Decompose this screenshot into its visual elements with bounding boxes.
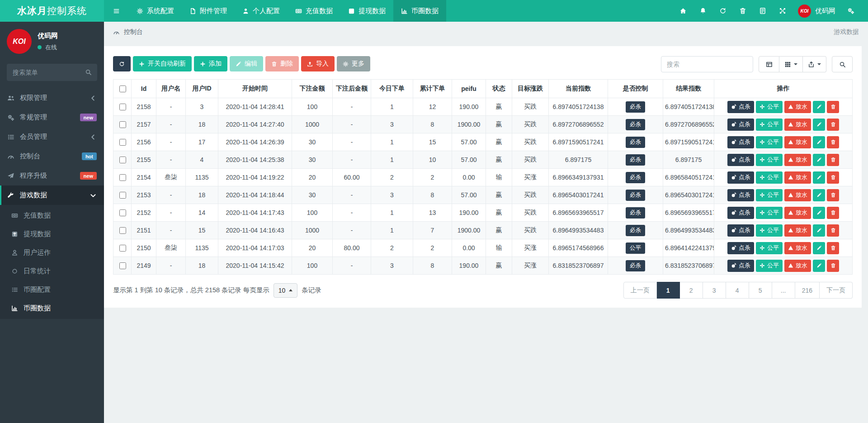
row-edit-button[interactable] <box>813 242 825 254</box>
fair-button[interactable]: 公平 <box>756 101 783 113</box>
release-button[interactable]: 放水 <box>784 154 811 166</box>
fair-button[interactable]: 公平 <box>756 136 783 148</box>
fair-button[interactable]: 公平 <box>756 224 783 237</box>
sidebar-subitem-4[interactable]: 币圈配置 <box>0 280 104 299</box>
home-button[interactable] <box>673 7 693 14</box>
kill-button[interactable]: 点杀 <box>727 136 754 148</box>
fair-button[interactable]: 公平 <box>756 207 783 219</box>
kill-button[interactable]: 点杀 <box>727 101 754 113</box>
more-button[interactable]: 更多 <box>337 56 370 71</box>
refresh-button[interactable] <box>713 7 733 14</box>
sidebar-search-input[interactable] <box>7 64 97 81</box>
nav-item-5[interactable]: 币圈数据 <box>393 0 446 22</box>
kill-button[interactable]: 点杀 <box>727 260 754 272</box>
fair-button[interactable]: 公平 <box>756 260 783 272</box>
release-button[interactable]: 放水 <box>784 242 811 254</box>
row-checkbox[interactable] <box>119 157 126 163</box>
row-checkbox[interactable] <box>119 121 126 128</box>
row-delete-button[interactable] <box>827 154 839 166</box>
row-delete-button[interactable] <box>827 242 839 254</box>
page-prev[interactable]: 上一页 <box>623 282 657 299</box>
row-delete-button[interactable] <box>827 207 839 219</box>
navbar-user[interactable]: KOI优码网 <box>793 5 841 18</box>
nav-item-1[interactable]: 附件管理 <box>182 0 235 22</box>
sidebar-item-3[interactable]: 控制台hot <box>0 147 104 166</box>
toggle-autorefresh-button[interactable]: 开关自动刷新 <box>133 56 192 71</box>
sidebar-item-5[interactable]: 游戏数据 <box>0 185 104 205</box>
row-edit-button[interactable] <box>813 119 825 131</box>
sidebar-item-1[interactable]: 常规管理new <box>0 108 104 127</box>
log-button[interactable] <box>753 7 773 14</box>
row-checkbox[interactable] <box>119 139 126 146</box>
table-search-input[interactable] <box>661 56 753 72</box>
page-216[interactable]: 216 <box>795 282 820 299</box>
sidebar-subitem-3[interactable]: 日常统计 <box>0 262 104 280</box>
page-4[interactable]: 4 <box>726 282 749 299</box>
release-button[interactable]: 放水 <box>784 260 811 272</box>
row-edit-button[interactable] <box>813 136 825 148</box>
release-button[interactable]: 放水 <box>784 189 811 201</box>
pagination-switch-button[interactable] <box>759 56 779 72</box>
page-5[interactable]: 5 <box>749 282 772 299</box>
select-all-checkbox[interactable] <box>119 86 126 92</box>
sidebar-subitem-1[interactable]: 提现数据 <box>0 225 104 243</box>
row-edit-button[interactable] <box>813 207 825 219</box>
row-checkbox[interactable] <box>119 262 126 269</box>
expand-button[interactable] <box>773 7 793 14</box>
row-delete-button[interactable] <box>827 224 839 237</box>
sidebar-item-2[interactable]: 会员管理 <box>0 127 104 147</box>
row-delete-button[interactable] <box>827 171 839 184</box>
row-edit-button[interactable] <box>813 101 825 113</box>
search-button[interactable] <box>832 56 853 72</box>
nav-item-0[interactable]: 系统配置 <box>129 0 182 22</box>
row-delete-button[interactable] <box>827 101 839 113</box>
add-button[interactable]: 添加 <box>194 56 227 71</box>
sidebar-subitem-2[interactable]: 用户运作 <box>0 243 104 262</box>
row-delete-button[interactable] <box>827 136 839 148</box>
settings-button[interactable] <box>841 7 861 14</box>
fair-button[interactable]: 公平 <box>756 171 783 184</box>
row-delete-button[interactable] <box>827 260 839 272</box>
row-delete-button[interactable] <box>827 119 839 131</box>
release-button[interactable]: 放水 <box>784 101 811 113</box>
release-button[interactable]: 放水 <box>784 119 811 131</box>
sidebar-toggle-button[interactable] <box>104 0 129 22</box>
fair-button[interactable]: 公平 <box>756 154 783 166</box>
delete-button[interactable]: 删除 <box>265 56 299 71</box>
row-edit-button[interactable] <box>813 189 825 201</box>
page-...[interactable]: ... <box>772 282 795 299</box>
kill-button[interactable]: 点杀 <box>727 154 754 166</box>
release-button[interactable]: 放水 <box>784 171 811 184</box>
row-checkbox[interactable] <box>119 209 126 216</box>
row-edit-button[interactable] <box>813 224 825 237</box>
row-delete-button[interactable] <box>827 189 839 201</box>
import-button[interactable]: 导入 <box>301 56 335 71</box>
breadcrumb-item[interactable]: 控制台 <box>124 28 143 36</box>
kill-button[interactable]: 点杀 <box>727 224 754 237</box>
row-edit-button[interactable] <box>813 154 825 166</box>
row-checkbox[interactable] <box>119 192 126 199</box>
export-button[interactable] <box>803 56 826 72</box>
fair-button[interactable]: 公平 <box>756 189 783 201</box>
row-checkbox[interactable] <box>119 227 126 234</box>
refresh-button[interactable] <box>113 56 131 71</box>
row-edit-button[interactable] <box>813 171 825 184</box>
sidebar-subitem-5[interactable]: 币圈数据 <box>0 299 104 318</box>
nav-item-4[interactable]: 提现数据 <box>340 0 393 22</box>
row-edit-button[interactable] <box>813 260 825 272</box>
page-next[interactable]: 下一页 <box>820 282 853 299</box>
page-2[interactable]: 2 <box>680 282 703 299</box>
sidebar-subitem-0[interactable]: 充值数据 <box>0 206 104 225</box>
release-button[interactable]: 放水 <box>784 224 811 237</box>
nav-item-2[interactable]: 个人配置 <box>235 0 288 22</box>
trash-button[interactable] <box>733 7 753 14</box>
kill-button[interactable]: 点杀 <box>727 171 754 184</box>
fair-button[interactable]: 公平 <box>756 242 783 254</box>
row-checkbox[interactable] <box>119 104 126 110</box>
bell-button[interactable] <box>693 7 713 14</box>
release-button[interactable]: 放水 <box>784 136 811 148</box>
kill-button[interactable]: 点杀 <box>727 189 754 201</box>
edit-button[interactable]: 编辑 <box>230 56 263 71</box>
page-3[interactable]: 3 <box>703 282 726 299</box>
kill-button[interactable]: 点杀 <box>727 119 754 131</box>
